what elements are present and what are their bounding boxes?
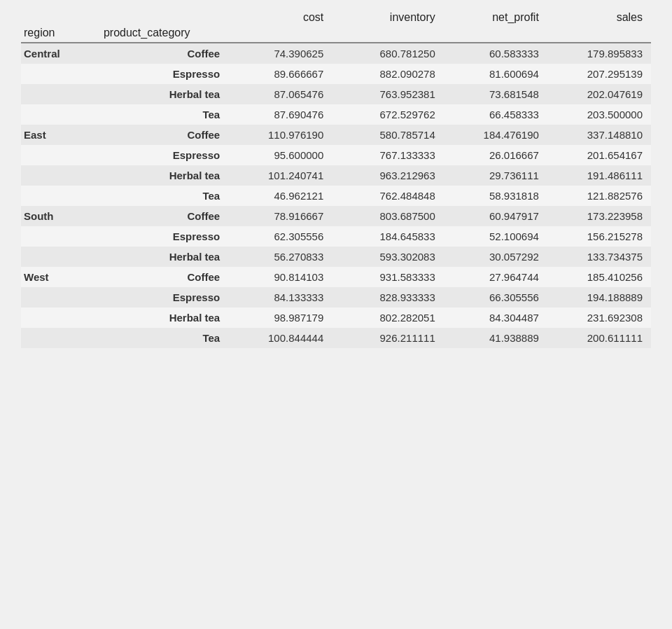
cell-product: Tea — [101, 104, 228, 125]
cell-sales: 191.486111 — [547, 165, 651, 186]
col-header-product: product_category — [101, 25, 228, 43]
cell-product: Herbal tea — [101, 307, 228, 328]
cell-cost: 90.814103 — [228, 267, 332, 287]
cell-region — [21, 328, 101, 348]
cell-sales: 185.410256 — [547, 267, 651, 287]
table-row: WestCoffee90.814103931.58333327.96474418… — [21, 267, 651, 287]
cell-product: Coffee — [101, 125, 228, 145]
cell-sales: 156.215278 — [547, 226, 651, 247]
cell-cost: 78.916667 — [228, 206, 332, 226]
table-row: Herbal tea98.987179802.28205184.30448723… — [21, 307, 651, 328]
col-header-netprofit: net_profit — [444, 7, 547, 25]
cell-cost: 56.270833 — [228, 247, 332, 267]
cell-sales: 179.895833 — [547, 43, 651, 64]
table-row: Espresso95.600000767.13333326.016667201.… — [21, 145, 651, 165]
cell-cost: 62.305556 — [228, 226, 332, 247]
cell-cost: 110.976190 — [228, 125, 332, 145]
cell-product: Espresso — [101, 226, 228, 247]
table-row: Herbal tea101.240741963.21296329.7361111… — [21, 165, 651, 186]
cell-inventory: 963.212963 — [332, 165, 443, 186]
table-row: Tea46.962121762.48484858.931818121.88257… — [21, 186, 651, 206]
cell-net-profit: 27.964744 — [444, 267, 547, 287]
cell-net-profit: 58.931818 — [444, 186, 547, 206]
cell-sales: 207.295139 — [547, 64, 651, 84]
cell-product: Espresso — [101, 287, 228, 307]
col-header-inventory-empty — [332, 25, 443, 43]
cell-inventory: 828.933333 — [332, 287, 443, 307]
cell-sales: 133.734375 — [547, 247, 651, 267]
cell-inventory: 672.529762 — [332, 104, 443, 125]
table-body: CentralCoffee74.390625680.78125060.58333… — [21, 43, 651, 348]
cell-inventory: 931.583333 — [332, 267, 443, 287]
cell-net-profit: 81.600694 — [444, 64, 547, 84]
cell-net-profit: 60.583333 — [444, 43, 547, 64]
cell-product: Herbal tea — [101, 165, 228, 186]
cell-net-profit: 52.100694 — [444, 226, 547, 247]
cell-region — [21, 226, 101, 247]
cell-inventory: 802.282051 — [332, 307, 443, 328]
cell-cost: 84.133333 — [228, 287, 332, 307]
cell-inventory: 580.785714 — [332, 125, 443, 145]
table-row: EastCoffee110.976190580.785714184.476190… — [21, 125, 651, 145]
cell-product: Tea — [101, 186, 228, 206]
cell-region: South — [21, 206, 101, 226]
cell-sales: 194.188889 — [547, 287, 651, 307]
table-row: Espresso84.133333828.93333366.305556194.… — [21, 287, 651, 307]
table-row: Herbal tea87.065476763.95238173.68154820… — [21, 84, 651, 104]
cell-inventory: 762.484848 — [332, 186, 443, 206]
cell-inventory: 184.645833 — [332, 226, 443, 247]
cell-sales: 201.654167 — [547, 145, 651, 165]
cell-net-profit: 66.458333 — [444, 104, 547, 125]
cell-inventory: 680.781250 — [332, 43, 443, 64]
table-container: cost inventory net_profit sales region p… — [0, 0, 672, 369]
cell-cost: 46.962121 — [228, 186, 332, 206]
cell-product: Herbal tea — [101, 247, 228, 267]
cell-net-profit: 66.305556 — [444, 287, 547, 307]
cell-cost: 87.065476 — [228, 84, 332, 104]
cell-region — [21, 186, 101, 206]
cell-net-profit: 184.476190 — [444, 125, 547, 145]
data-table: cost inventory net_profit sales region p… — [21, 7, 651, 348]
cell-product: Espresso — [101, 64, 228, 84]
col-header-sales-empty — [547, 25, 651, 43]
table-row: Tea87.690476672.52976266.458333203.50000… — [21, 104, 651, 125]
cell-region — [21, 104, 101, 125]
cell-region — [21, 145, 101, 165]
col-header-inventory: inventory — [332, 7, 443, 25]
cell-cost: 89.666667 — [228, 64, 332, 84]
cell-sales: 231.692308 — [547, 307, 651, 328]
cell-sales: 173.223958 — [547, 206, 651, 226]
cell-net-profit: 60.947917 — [444, 206, 547, 226]
cell-cost: 87.690476 — [228, 104, 332, 125]
cell-sales: 203.500000 — [547, 104, 651, 125]
cell-region: Central — [21, 43, 101, 64]
cell-cost: 98.987179 — [228, 307, 332, 328]
cell-sales: 337.148810 — [547, 125, 651, 145]
cell-net-profit: 29.736111 — [444, 165, 547, 186]
col-header-sales: sales — [547, 7, 651, 25]
cell-inventory: 803.687500 — [332, 206, 443, 226]
table-row: Tea100.844444926.21111141.938889200.6111… — [21, 328, 651, 348]
cell-product: Coffee — [101, 206, 228, 226]
cell-net-profit: 73.681548 — [444, 84, 547, 104]
cell-cost: 74.390625 — [228, 43, 332, 64]
col-header-cost-empty — [228, 25, 332, 43]
cell-inventory: 763.952381 — [332, 84, 443, 104]
cell-cost: 100.844444 — [228, 328, 332, 348]
cell-region — [21, 165, 101, 186]
cell-region: East — [21, 125, 101, 145]
table-row: Espresso89.666667882.09027881.600694207.… — [21, 64, 651, 84]
table-row: CentralCoffee74.390625680.78125060.58333… — [21, 43, 651, 64]
col-header-empty2 — [101, 7, 228, 25]
cell-region — [21, 287, 101, 307]
cell-product: Coffee — [101, 43, 228, 64]
cell-region — [21, 84, 101, 104]
cell-region — [21, 64, 101, 84]
cell-inventory: 767.133333 — [332, 145, 443, 165]
table-row: Espresso62.305556184.64583352.100694156.… — [21, 226, 651, 247]
cell-product: Herbal tea — [101, 84, 228, 104]
cell-product: Coffee — [101, 267, 228, 287]
cell-inventory: 882.090278 — [332, 64, 443, 84]
col-header-empty1 — [21, 7, 101, 25]
header-label-row: region product_category — [21, 25, 651, 43]
